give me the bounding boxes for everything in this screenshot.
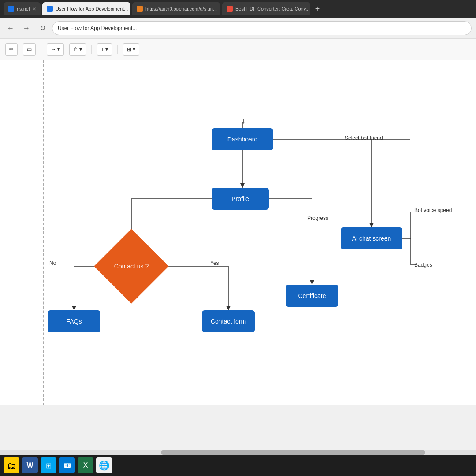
node-dashboard-label: Dashboard [227,136,258,143]
tab-2[interactable]: User Flow for App Development... ✕ [42,2,130,15]
taskbar-icon-store[interactable]: ⊞ [41,457,56,473]
scrollbar-thumb[interactable] [161,450,425,455]
add-tool[interactable]: + ▾ [97,43,112,56]
node-dashboard[interactable]: Dashboard [212,128,273,150]
node-contact-form-label: Contact form [211,318,246,325]
reload-button[interactable]: ↻ [36,22,48,34]
tab-3[interactable]: https://auth0.openai.com/u/sign... ✕ [132,2,220,15]
tab-favicon-4 [227,6,233,12]
svg-marker-8 [72,306,76,310]
tab-close-3[interactable]: ✕ [219,7,220,11]
rect-tool[interactable]: ▭ [23,43,36,56]
tab-label-2: User Flow for App Development... [56,6,128,11]
label-bot-voice: Bot voice speed [414,207,452,213]
tab-favicon-1 [8,6,14,12]
node-ai-chat-label: Ai chat screen [352,235,391,242]
tab-label-1: ns.net [17,6,30,11]
pencil-tool[interactable]: ✏ [5,43,18,56]
svg-marker-2 [240,183,245,188]
tab-label-4: Best PDF Converter: Crea, Conv... [235,6,310,11]
horizontal-scrollbar[interactable] [0,450,476,455]
toolbar-separator-2 [91,45,92,54]
forward-button[interactable]: → [20,22,33,34]
table-tool[interactable]: ⊞ ▾ [123,43,139,56]
taskbar-icon-chrome[interactable]: 🌐 [96,457,112,473]
node-profile-label: Profile [231,195,249,202]
url-text: User Flow for App Development... [58,25,137,31]
address-bar-area: ← → ↻ User Flow for App Development... [0,18,476,39]
tab-1[interactable]: ns.net ✕ [4,2,41,15]
node-certificate-label: Certificate [298,292,326,299]
node-certificate[interactable]: Certificate [286,285,338,307]
node-faqs-label: FAQs [66,318,82,325]
toolbar-separator-1 [41,45,41,54]
svg-marker-11 [226,306,231,310]
node-ai-chat[interactable]: Ai chat screen [341,227,402,249]
taskbar-icon-excel[interactable]: X [78,457,93,473]
arrow-tool[interactable]: → ▾ [47,43,64,56]
node-profile[interactable]: Profile [212,188,269,210]
node-contact-form[interactable]: Contact form [202,310,255,332]
diagram-toolbar: ✏ ▭ → ▾ ↱ ▾ + ▾ ⊞ ▾ [0,39,476,60]
node-faqs[interactable]: FAQs [48,310,100,332]
taskbar-icon-outlook[interactable]: 📧 [59,457,75,473]
tab-favicon-3 [137,6,143,12]
tab-label-3: https://auth0.openai.com/u/sign... [145,6,217,11]
elbow-tool[interactable]: ↱ ▾ [69,43,86,56]
svg-marker-21 [310,280,314,285]
taskbar-icon-word[interactable]: W [22,457,38,473]
label-select-bot: Select bot friend [345,135,383,141]
label-progress: Progress [307,215,328,221]
tab-favicon-2 [47,6,53,12]
tab-close-1[interactable]: ✕ [33,7,36,11]
tab-4[interactable]: Best PDF Converter: Crea, Conv... ✕ [222,2,310,15]
back-button[interactable]: ← [4,22,17,34]
taskbar-icon-files[interactable]: 🗂 [4,457,19,473]
node-contact-us[interactable]: Contact us ? [105,240,158,293]
toolbar-separator-3 [117,45,118,54]
diamond-shape [94,229,169,304]
taskbar: 🗂 W ⊞ 📧 X 🌐 [0,455,476,476]
start-arrow: ↓ [242,116,245,126]
label-yes: Yes [210,260,219,266]
browser-titlebar: ns.net ✕ User Flow for App Development..… [0,0,476,18]
svg-marker-14 [369,223,374,227]
flowchart-lines [0,60,476,405]
label-no: No [49,260,56,266]
label-badges: Badges [414,262,432,268]
canvas-area[interactable]: ↓ Dashboard Profile Ai chat screen Certi… [0,60,476,405]
new-tab-button[interactable]: + [312,4,323,14]
url-input[interactable]: User Flow for App Development... [52,21,472,35]
